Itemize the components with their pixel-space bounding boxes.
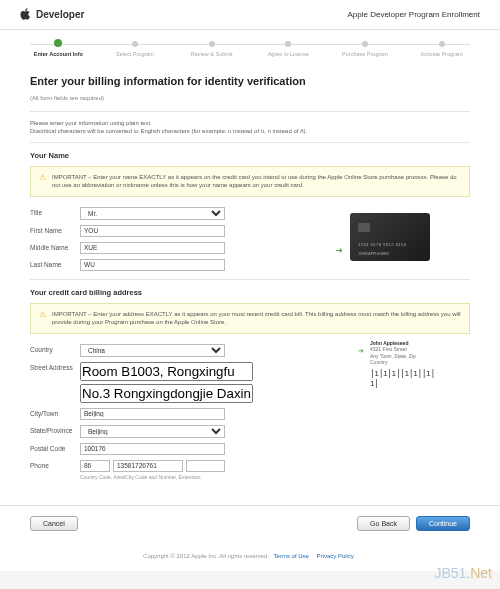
privacy-link[interactable]: Privacy Policy (317, 553, 354, 559)
apple-logo-icon (20, 8, 30, 21)
warning-icon: ⚠ (39, 173, 46, 190)
address-warning-text: IMPORTANT – Enter your address EXACTLY a… (52, 310, 461, 327)
last-name-input[interactable] (80, 259, 225, 271)
instruction-line-2: Diacritical characters will be converted… (30, 128, 470, 134)
watermark: JB51.Net (434, 565, 492, 571)
name-warning-text: IMPORTANT – Enter your name EXACTLY as i… (52, 173, 461, 190)
phone-hint: Country Code, Area/City Code and Number,… (80, 474, 225, 480)
terms-link[interactable]: Terms of Use (274, 553, 309, 559)
state-label: State/Province (30, 425, 80, 434)
header: Developer Apple Developer Program Enroll… (0, 0, 500, 30)
middle-name-input[interactable] (80, 242, 225, 254)
header-brand: Developer (36, 9, 84, 20)
card-name: JOHN APPLESEED (358, 252, 389, 256)
step-review-submit: Review & Submit (173, 41, 250, 57)
credit-card-sample-image: ➔ 1234 5678 9012 3456 JOHN APPLESEED (350, 213, 430, 261)
action-bar: Cancel Go Back Continue (0, 505, 500, 541)
header-program-title: Apple Developer Program Enrollment (347, 10, 480, 19)
country-select[interactable]: China (80, 344, 225, 357)
state-select[interactable]: Beijing (80, 425, 225, 438)
copyright: Copyright © 2012 Apple Inc. All rights r… (143, 553, 269, 559)
progress-steps: Enter Account Info Select Program Review… (0, 30, 500, 63)
postal-code-input[interactable] (80, 443, 225, 455)
address-warning: ⚠ IMPORTANT – Enter your address EXACTLY… (30, 303, 470, 334)
country-label: Country (30, 344, 80, 353)
instruction-line-1: Please enter your information using plai… (30, 120, 470, 126)
phone-country-code-input[interactable] (80, 460, 110, 472)
name-warning: ⚠ IMPORTANT – Enter your name EXACTLY as… (30, 166, 470, 197)
phone-number-input[interactable] (113, 460, 183, 472)
street-address-input-2[interactable] (80, 384, 253, 403)
step-enter-account-info: Enter Account Info (20, 40, 97, 57)
street-address-input-1[interactable] (80, 362, 253, 381)
street-label: Street Address (30, 362, 80, 371)
continue-button[interactable]: Continue (416, 516, 470, 531)
middle-name-label: Middle Name (30, 242, 80, 251)
phone-label: Phone (30, 460, 80, 469)
required-note: (All form fields are required) (30, 95, 470, 101)
step-select-program: Select Program (97, 41, 174, 57)
first-name-input[interactable] (80, 225, 225, 237)
barcode-icon: |ı|ı|ı||ı|ı||ı|ı| (370, 369, 440, 390)
address-sample: ➔ John Appleseed 4321 First Street Any T… (370, 340, 440, 390)
footer: Copyright © 2012 Apple Inc. All rights r… (0, 541, 500, 571)
arrow-icon: ➔ (358, 346, 364, 355)
arrow-icon: ➔ (336, 246, 343, 255)
step-activate-program: Activate Program (403, 41, 480, 57)
your-name-heading: Your Name (30, 151, 470, 160)
last-name-label: Last Name (30, 259, 80, 268)
postal-label: Postal Code (30, 443, 80, 452)
step-agree-license: Agree to License (250, 41, 327, 57)
phone-extension-input[interactable] (186, 460, 225, 472)
card-number: 1234 5678 9012 3456 (358, 242, 406, 247)
step-purchase-program: Purchase Program (327, 41, 404, 57)
city-input[interactable] (80, 408, 225, 420)
billing-address-heading: Your credit card billing address (30, 288, 470, 297)
go-back-button[interactable]: Go Back (357, 516, 410, 531)
warning-icon: ⚠ (39, 310, 46, 327)
title-label: Title (30, 207, 80, 216)
first-name-label: First Name (30, 225, 80, 234)
city-label: City/Town (30, 408, 80, 417)
page-title: Enter your billing information for ident… (30, 75, 470, 87)
title-select[interactable]: Mr. (80, 207, 225, 220)
cancel-button[interactable]: Cancel (30, 516, 78, 531)
